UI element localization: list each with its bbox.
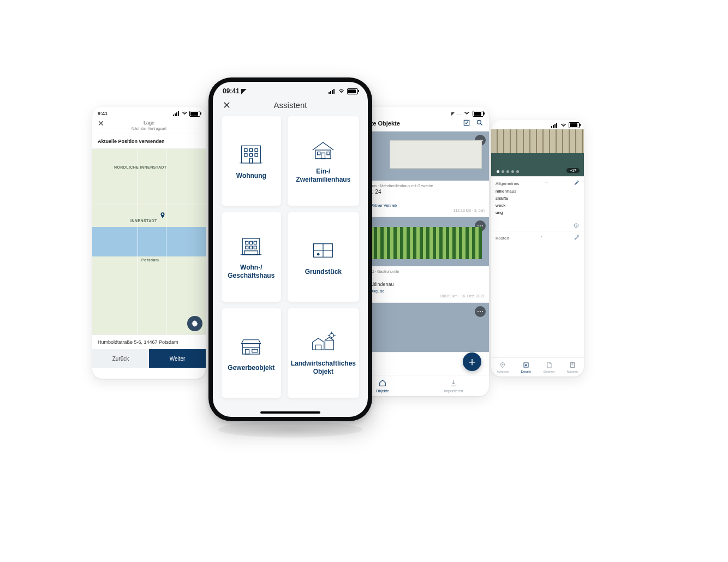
section-allgemeines: Allgemeines ⌃ milienhaus shälfte weck un…: [491, 176, 584, 220]
header-title: Lage: [98, 120, 200, 125]
nav-label: Details: [521, 370, 531, 373]
filter-icon[interactable]: [463, 119, 470, 128]
svg-rect-18: [254, 246, 257, 249]
svg-rect-17: [250, 246, 253, 249]
chevron-up-icon[interactable]: ⌃: [540, 236, 544, 241]
mixed-use-icon: [236, 234, 266, 258]
section-title: Kosten: [496, 236, 509, 241]
status-bar: [491, 120, 584, 129]
svg-rect-10: [318, 152, 320, 155]
card-menu-button[interactable]: ⋯: [475, 220, 486, 231]
svg-rect-13: [246, 241, 248, 244]
svg-rect-23: [246, 349, 249, 354]
section-title: Allgemeines: [496, 181, 520, 186]
status-time: 9:41: [98, 111, 108, 116]
map-pin-icon[interactable]: [159, 212, 166, 219]
tile-label: Wohn-/ Geschäftshaus: [225, 264, 278, 280]
tile-landwirtschaft[interactable]: Landwirtschaftliches Objekt: [288, 308, 359, 398]
wifi-icon: [560, 122, 567, 128]
battery-icon: [473, 111, 484, 117]
screen-object-detail: Doppelhaushälfte Humboldtstraße 5-6 +17 …: [491, 120, 584, 376]
carousel-dots[interactable]: [497, 170, 519, 173]
nav-label: Importieren: [444, 389, 463, 393]
edit-icon[interactable]: [574, 235, 580, 241]
info-icon[interactable]: ⓘ: [491, 220, 584, 231]
map-view[interactable]: NÖRDLICHE INNENSTADT INNENSTADT Potsdam: [92, 149, 206, 334]
search-icon[interactable]: [476, 119, 484, 128]
nav-label: Notizen: [567, 370, 578, 373]
svg-point-28: [477, 120, 481, 124]
svg-point-29: [502, 364, 503, 365]
svg-rect-11: [327, 152, 330, 155]
tile-einfamilienhaus[interactable]: Ein-/ Zweifamilienhaus: [288, 116, 359, 206]
location-services-icon: ◤: [241, 87, 246, 95]
next-button[interactable]: Weiter: [149, 349, 206, 368]
svg-point-26: [330, 333, 334, 337]
use-current-position-button[interactable]: Aktuelle Position verwenden: [92, 134, 206, 149]
signal-icon: [551, 123, 558, 128]
photo-count-badge: +17: [566, 168, 580, 173]
object-tag: Akquise: [371, 289, 385, 293]
farm-icon: [308, 330, 338, 354]
map-city-label: Potsdam: [141, 258, 159, 262]
notes-icon: [569, 362, 576, 369]
battery-icon: [189, 111, 200, 117]
detail-row: weck: [496, 203, 580, 208]
recenter-button[interactable]: [187, 316, 202, 331]
status-time: 09:41: [223, 87, 240, 95]
house-icon: [308, 138, 338, 162]
tile-wohnung[interactable]: Wohnung: [222, 116, 281, 206]
nav-notizen[interactable]: Notizen: [561, 358, 584, 376]
header-subtitle: Nächste: Vertragsart: [98, 127, 200, 130]
signal-icon: [329, 89, 336, 94]
status-bar: 9:41: [92, 107, 206, 118]
tile-wohn-geschaeftshaus[interactable]: Wohn-/ Geschäftshaus: [222, 212, 281, 302]
svg-rect-25: [325, 340, 334, 350]
tile-label: Grundstück: [305, 268, 342, 276]
status-bar: 09:41 ◤: [213, 82, 368, 97]
svg-rect-7: [250, 158, 253, 163]
add-object-button[interactable]: ＋: [463, 352, 481, 371]
nav-label: Adresse: [497, 370, 509, 373]
object-category: Doppelhaushälfte: [496, 133, 580, 136]
nav-label: Objekte: [376, 389, 389, 393]
card-menu-button[interactable]: ⋯: [475, 135, 486, 146]
svg-rect-16: [246, 246, 248, 249]
section-kosten: Kosten ⌃: [491, 231, 584, 244]
object-tag: Aktiver Vertrieb: [371, 204, 397, 207]
nav-adresse[interactable]: Adresse: [491, 358, 515, 376]
edit-icon[interactable]: [574, 180, 580, 187]
nav-dateien[interactable]: Dateien: [538, 358, 561, 376]
detail-row: ung: [496, 210, 580, 215]
tile-label: Gewerbeobjekt: [228, 364, 275, 372]
tile-gewerbeobjekt[interactable]: Gewerbeobjekt: [222, 308, 281, 398]
page-title: Assistent: [274, 100, 307, 110]
hero-image[interactable]: Doppelhaushälfte Humboldtstraße 5-6 +17: [491, 129, 584, 176]
nav-importieren[interactable]: Importieren: [418, 375, 489, 396]
back-button[interactable]: Zurück: [92, 349, 149, 368]
footer-actions: Zurück Weiter: [92, 349, 206, 368]
map-district-label: INNENSTADT: [130, 219, 157, 223]
detail-row: shälfte: [496, 196, 580, 201]
nav-details[interactable]: Details: [515, 358, 538, 376]
wifi-icon: [181, 110, 188, 117]
close-icon[interactable]: ✕: [223, 99, 231, 111]
plot-icon: [308, 238, 338, 262]
tile-label: Landwirtschaftliches Objekt: [291, 360, 356, 376]
svg-rect-3: [255, 148, 258, 151]
close-icon[interactable]: ✕: [98, 119, 104, 128]
svg-rect-2: [250, 148, 253, 151]
bottom-nav: Adresse Details Dateien Notizen: [491, 357, 584, 376]
battery-icon: [347, 88, 358, 94]
detail-row: milienhaus: [496, 189, 580, 194]
chevron-up-icon[interactable]: ⌃: [545, 181, 548, 186]
home-indicator[interactable]: [260, 411, 320, 414]
svg-rect-9: [321, 153, 325, 159]
selected-address: Humboldtstraße 5-6, 14467 Potsdam: [92, 334, 206, 349]
wifi-icon: [463, 110, 470, 117]
card-menu-button[interactable]: ⋯: [475, 306, 486, 317]
apartment-icon: [236, 142, 266, 166]
tile-grundstueck[interactable]: Grundstück: [288, 212, 359, 302]
home-icon: [379, 379, 386, 388]
location-services-icon: ◤: [451, 111, 455, 116]
